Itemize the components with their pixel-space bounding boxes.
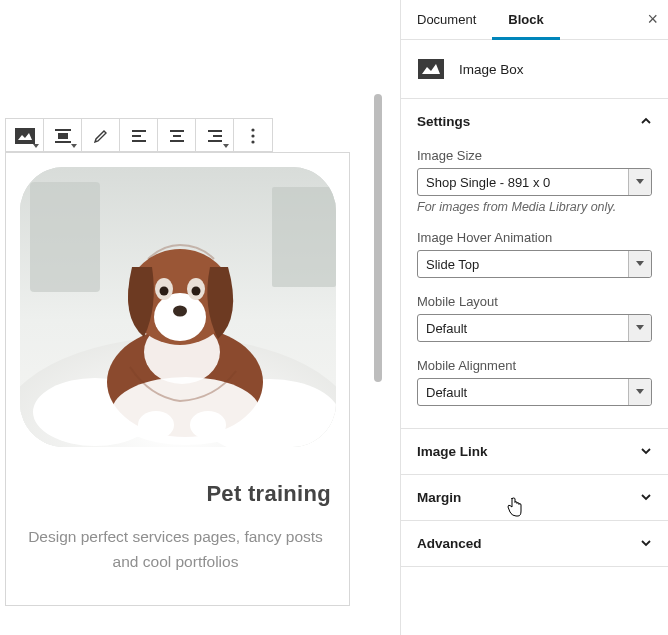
image-box-description[interactable]: Design perfect services pages, fancy pos… — [20, 525, 331, 575]
svg-rect-2 — [58, 133, 68, 139]
panel-advanced-toggle[interactable]: Advanced — [401, 521, 668, 566]
tab-document[interactable]: Document — [401, 0, 492, 40]
editor-scrollbar[interactable] — [374, 94, 382, 382]
panel-margin-title: Margin — [417, 490, 461, 505]
align-icon — [55, 129, 71, 143]
image-box-icon — [417, 58, 445, 80]
panel-image-link-toggle[interactable]: Image Link — [401, 429, 668, 474]
svg-rect-12 — [208, 140, 222, 142]
image-size-label: Image Size — [417, 148, 652, 163]
svg-rect-6 — [132, 140, 146, 142]
chevron-down-icon — [640, 535, 652, 552]
field-image-size: Image Size Shop Single - 891 x 0 For ima… — [417, 148, 652, 214]
svg-rect-10 — [208, 130, 222, 132]
svg-point-14 — [251, 134, 254, 137]
image-block-icon — [15, 128, 35, 144]
more-button[interactable] — [234, 119, 272, 153]
more-icon — [251, 128, 255, 144]
svg-point-15 — [251, 140, 254, 143]
panel-settings: Settings Image Size Shop Single - 891 x … — [401, 99, 668, 429]
text-align-right-button[interactable] — [196, 119, 234, 153]
panel-margin-toggle[interactable]: Margin — [401, 475, 668, 520]
text-align-left-button[interactable] — [120, 119, 158, 153]
image-box-title[interactable]: Pet training — [20, 481, 331, 507]
panel-settings-title: Settings — [417, 114, 470, 129]
panel-settings-toggle[interactable]: Settings — [401, 99, 668, 144]
mobile-alignment-select[interactable]: Default — [417, 378, 652, 406]
mobile-alignment-label: Mobile Alignment — [417, 358, 652, 373]
svg-rect-4 — [132, 130, 146, 132]
svg-point-30 — [192, 287, 201, 296]
field-hover-animation: Image Hover Animation Slide Top — [417, 230, 652, 278]
settings-sidebar: Document Block × Image Box Settings Imag… — [400, 0, 668, 635]
edit-button[interactable] — [82, 119, 120, 153]
block-card: Image Box — [401, 40, 668, 99]
svg-point-32 — [138, 411, 174, 439]
image-size-select[interactable]: Shop Single - 891 x 0 — [417, 168, 652, 196]
field-mobile-layout: Mobile Layout Default — [417, 294, 652, 342]
svg-rect-18 — [272, 187, 336, 287]
text-align-center-icon — [170, 130, 184, 142]
svg-rect-5 — [132, 135, 141, 137]
panel-advanced-title: Advanced — [417, 536, 482, 551]
svg-rect-7 — [170, 130, 184, 132]
panel-settings-body: Image Size Shop Single - 891 x 0 For ima… — [401, 148, 668, 428]
svg-rect-8 — [173, 135, 181, 137]
svg-rect-1 — [55, 129, 71, 131]
image-size-help: For images from Media Library only. — [417, 200, 652, 214]
align-button[interactable] — [44, 119, 82, 153]
block-switcher-button[interactable] — [6, 119, 44, 153]
svg-point-33 — [190, 411, 226, 439]
close-sidebar-button[interactable]: × — [647, 10, 658, 28]
svg-point-31 — [173, 306, 187, 317]
image-box-block[interactable]: Pet training Design perfect services pag… — [5, 152, 350, 606]
svg-rect-3 — [55, 141, 71, 143]
hover-animation-label: Image Hover Animation — [417, 230, 652, 245]
svg-rect-17 — [30, 182, 100, 292]
svg-rect-9 — [170, 140, 184, 142]
svg-point-26 — [154, 293, 206, 341]
chevron-down-icon — [640, 489, 652, 506]
svg-point-13 — [251, 128, 254, 131]
sidebar-tabs: Document Block × — [401, 0, 668, 40]
pencil-icon — [94, 129, 108, 143]
mobile-layout-label: Mobile Layout — [417, 294, 652, 309]
text-align-right-icon — [208, 130, 222, 142]
svg-point-29 — [160, 287, 169, 296]
block-toolbar — [5, 118, 273, 152]
mobile-layout-select[interactable]: Default — [417, 314, 652, 342]
panel-margin: Margin — [401, 475, 668, 521]
text-align-center-button[interactable] — [158, 119, 196, 153]
editor-canvas: Pet training Design perfect services pag… — [0, 118, 375, 618]
image-preview — [20, 167, 336, 447]
text-align-left-icon — [132, 130, 146, 142]
svg-rect-11 — [213, 135, 222, 137]
close-icon: × — [647, 9, 658, 29]
svg-point-23 — [112, 377, 260, 445]
chevron-down-icon — [640, 443, 652, 460]
block-card-title: Image Box — [459, 62, 524, 77]
field-mobile-alignment: Mobile Alignment Default — [417, 358, 652, 406]
panel-advanced: Advanced — [401, 521, 668, 567]
panel-image-link-title: Image Link — [417, 444, 488, 459]
hover-animation-select[interactable]: Slide Top — [417, 250, 652, 278]
svg-rect-0 — [15, 128, 35, 144]
chevron-up-icon — [640, 113, 652, 130]
panel-image-link: Image Link — [401, 429, 668, 475]
svg-rect-34 — [418, 59, 444, 79]
tab-block[interactable]: Block — [492, 0, 559, 40]
